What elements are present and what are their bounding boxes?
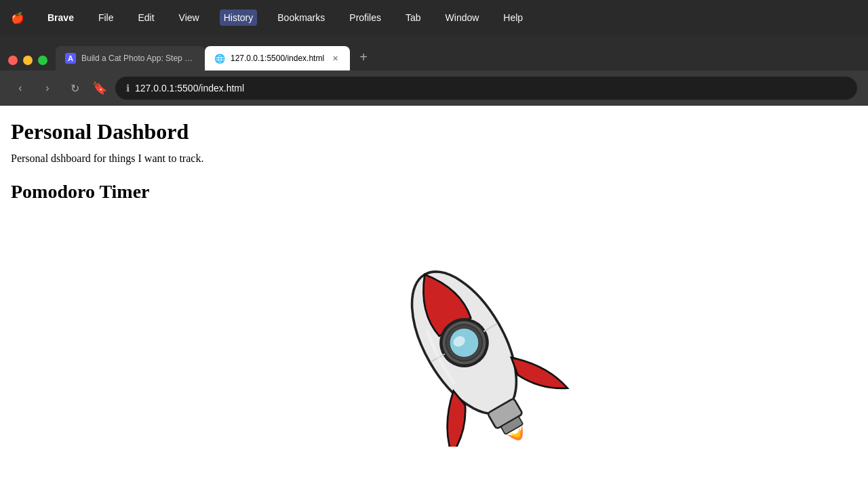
menu-tab[interactable]: Tab bbox=[401, 9, 425, 26]
url-input[interactable] bbox=[135, 83, 846, 94]
menu-history[interactable]: History bbox=[220, 9, 258, 26]
page-content: Personal Dashbord Personal dshboard for … bbox=[0, 106, 868, 488]
tab2-favicon: 🌐 bbox=[214, 53, 225, 64]
page-title: Personal Dashbord bbox=[11, 119, 857, 144]
rocket-illustration bbox=[11, 216, 857, 447]
pomodoro-section-title: Pomodoro Timer bbox=[11, 181, 857, 203]
tab1-favicon: A bbox=[65, 53, 76, 64]
tab-local-server[interactable]: 🌐 127.0.0.1:5500/index.html ✕ bbox=[205, 46, 350, 70]
close-window-button[interactable] bbox=[8, 56, 18, 65]
tab2-title: 127.0.0.1:5500/index.html bbox=[231, 54, 324, 63]
menu-window[interactable]: Window bbox=[441, 9, 484, 26]
security-info-icon[interactable]: ℹ bbox=[126, 83, 130, 94]
bookmark-button[interactable]: 🔖 bbox=[92, 81, 107, 96]
back-button[interactable]: ‹ bbox=[11, 79, 30, 98]
reload-button[interactable]: ↻ bbox=[65, 79, 84, 98]
tab1-title: Build a Cat Photo App: Step 33 | bbox=[81, 54, 195, 63]
menu-file[interactable]: File bbox=[94, 9, 118, 26]
traffic-lights bbox=[8, 56, 47, 65]
rocket-svg bbox=[319, 216, 604, 447]
tab2-close-button[interactable]: ✕ bbox=[330, 53, 340, 64]
menu-bookmarks[interactable]: Bookmarks bbox=[273, 9, 329, 26]
minimize-window-button[interactable] bbox=[23, 56, 33, 65]
forward-button[interactable]: › bbox=[38, 79, 57, 98]
apple-icon: 🍎 bbox=[11, 12, 24, 24]
menu-view[interactable]: View bbox=[175, 9, 203, 26]
menu-edit[interactable]: Edit bbox=[134, 9, 158, 26]
brave-app-name[interactable]: Brave bbox=[43, 9, 78, 26]
menu-profiles[interactable]: Profiles bbox=[345, 9, 385, 26]
tab-bar: A Build a Cat Photo App: Step 33 | 🌐 127… bbox=[0, 35, 868, 70]
address-bar: ‹ › ↻ 🔖 ℹ bbox=[0, 70, 868, 106]
tab-cat-photo-app[interactable]: A Build a Cat Photo App: Step 33 | bbox=[56, 46, 205, 70]
menu-bar: 🍎 Brave File Edit View History Bookmarks… bbox=[0, 0, 868, 35]
page-subtitle: Personal dshboard for things I want to t… bbox=[11, 152, 857, 165]
menu-help[interactable]: Help bbox=[499, 9, 527, 26]
url-bar[interactable]: ℹ bbox=[115, 77, 857, 100]
fullscreen-window-button[interactable] bbox=[38, 56, 47, 65]
new-tab-button[interactable]: + bbox=[353, 46, 374, 68]
